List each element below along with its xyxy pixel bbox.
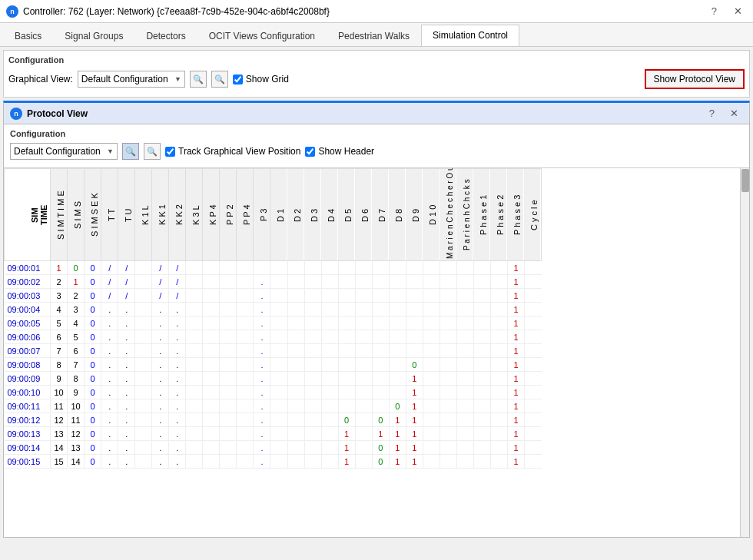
table-cell — [490, 289, 507, 303]
show-header-checkbox[interactable] — [305, 147, 315, 157]
protocol-dropdown-arrow: ▼ — [107, 147, 114, 155]
table-cell: 09:00:13 — [5, 427, 51, 441]
table-cell — [203, 261, 220, 275]
protocol-view-icon: n — [10, 108, 22, 120]
table-cell — [186, 427, 203, 441]
search-button-2[interactable]: 🔍 — [211, 71, 228, 88]
table-cell: 1 — [406, 399, 423, 413]
scrollbar[interactable] — [740, 168, 749, 537]
table-cell — [423, 399, 440, 413]
graphical-view-dropdown[interactable]: Default Configuration ▼ — [78, 71, 185, 88]
table-cell — [423, 316, 440, 330]
protocol-search-btn-2[interactable]: 🔍 — [144, 143, 161, 160]
table-row: 09:00:05540.....1 — [5, 316, 542, 330]
tab-pedestrian[interactable]: Pedestrian Walks — [327, 25, 421, 46]
table-cell: / — [152, 289, 169, 303]
show-header-label[interactable]: Show Header — [305, 146, 374, 157]
table-cell: 1 — [507, 289, 524, 303]
table-cell: . — [101, 413, 118, 427]
data-table-container[interactable]: SIMTIME S I M T I M E S I M S S I M S E … — [4, 168, 749, 537]
table-cell: 1 — [51, 261, 68, 275]
col-sim-m: S I M S — [68, 169, 85, 261]
tab-signal-groups[interactable]: Signal Groups — [53, 25, 134, 46]
table-cell — [220, 441, 237, 455]
table-cell — [338, 316, 355, 330]
protocol-help-button[interactable]: ? — [705, 106, 719, 121]
scrollbar-thumb[interactable] — [741, 169, 749, 192]
protocol-view-panel: n Protocol View ? ✕ Configuration Defaul… — [3, 101, 750, 538]
table-cell — [389, 303, 406, 316]
protocol-search-btn[interactable]: 🔍 — [122, 143, 139, 160]
col-d4: D 4 — [321, 169, 338, 261]
table-cell — [203, 344, 220, 358]
table-cell — [287, 261, 304, 275]
table-cell: 09:00:14 — [5, 441, 51, 455]
table-cell: . — [152, 441, 169, 455]
table-cell: 1 — [389, 427, 406, 441]
tab-ocit[interactable]: OCIT Views Configuration — [197, 25, 327, 46]
table-cell — [220, 386, 237, 399]
track-graphical-checkbox[interactable] — [165, 147, 175, 157]
table-cell: 1 — [507, 386, 524, 399]
col-kp4: K P 4 — [203, 169, 220, 261]
table-cell: 09:00:11 — [5, 399, 51, 413]
table-cell — [186, 261, 203, 275]
table-cell — [355, 316, 372, 330]
table-cell: 1 — [389, 413, 406, 427]
table-row: 09:00:1515140.....10111 — [5, 455, 542, 469]
table-cell — [237, 455, 254, 469]
help-button[interactable]: ? — [707, 4, 721, 18]
table-row: 09:00:1111100.....011 — [5, 399, 542, 413]
table-cell — [203, 399, 220, 413]
table-cell — [440, 372, 456, 386]
table-cell — [270, 413, 287, 427]
table-cell: . — [101, 344, 118, 358]
table-cell — [423, 372, 440, 386]
table-row: 09:00:01100////1 — [5, 261, 542, 275]
table-row: 09:00:07760.....1 — [5, 344, 542, 358]
table-cell: . — [169, 399, 186, 413]
table-cell — [220, 261, 237, 275]
close-button[interactable]: ✕ — [729, 4, 747, 18]
table-cell — [287, 455, 304, 469]
table-cell: . — [169, 303, 186, 316]
table-cell — [473, 399, 490, 413]
table-cell — [270, 316, 287, 330]
table-cell — [473, 261, 490, 275]
table-cell — [135, 427, 152, 441]
show-grid-checkbox-label[interactable]: Show Grid — [233, 74, 289, 84]
protocol-close-button[interactable]: ✕ — [725, 106, 743, 121]
table-cell: 0 — [85, 316, 101, 330]
tab-basics[interactable]: Basics — [3, 25, 53, 46]
show-protocol-button[interactable]: Show Protocol View — [645, 69, 745, 89]
table-cell: 0 — [85, 275, 101, 289]
protocol-dropdown[interactable]: Default Configuration ▼ — [10, 143, 118, 160]
table-cell: 1 — [406, 386, 423, 399]
col-sim-time: SIMTIME — [5, 169, 51, 261]
table-cell: 0 — [85, 386, 101, 399]
tab-detectors[interactable]: Detectors — [134, 25, 197, 46]
tab-simulation-control[interactable]: Simulation Control — [421, 25, 519, 46]
table-cell: 0 — [85, 289, 101, 303]
dropdown-arrow-icon: ▼ — [174, 75, 181, 83]
table-cell — [186, 316, 203, 330]
table-cell — [338, 303, 355, 316]
track-graphical-label[interactable]: Track Graphical View Position — [165, 146, 300, 157]
dropdown-value: Default Configuration — [81, 74, 168, 84]
table-cell — [423, 441, 440, 455]
search-button-1[interactable]: 🔍 — [190, 71, 207, 88]
table-cell — [440, 289, 456, 303]
show-grid-checkbox[interactable] — [233, 75, 243, 84]
table-cell: 0 — [85, 413, 101, 427]
search-icon: 🔍 — [193, 75, 204, 84]
protocol-search-icon: 🔍 — [125, 147, 136, 157]
table-cell — [237, 386, 254, 399]
table-cell — [456, 455, 473, 469]
col-pha: P h a s e 3 — [507, 169, 524, 261]
table-cell: 2 — [51, 275, 68, 289]
table-cell — [338, 372, 355, 386]
table-cell — [355, 330, 372, 344]
table-cell — [473, 372, 490, 386]
table-cell — [355, 358, 372, 372]
table-cell: / — [169, 275, 186, 289]
